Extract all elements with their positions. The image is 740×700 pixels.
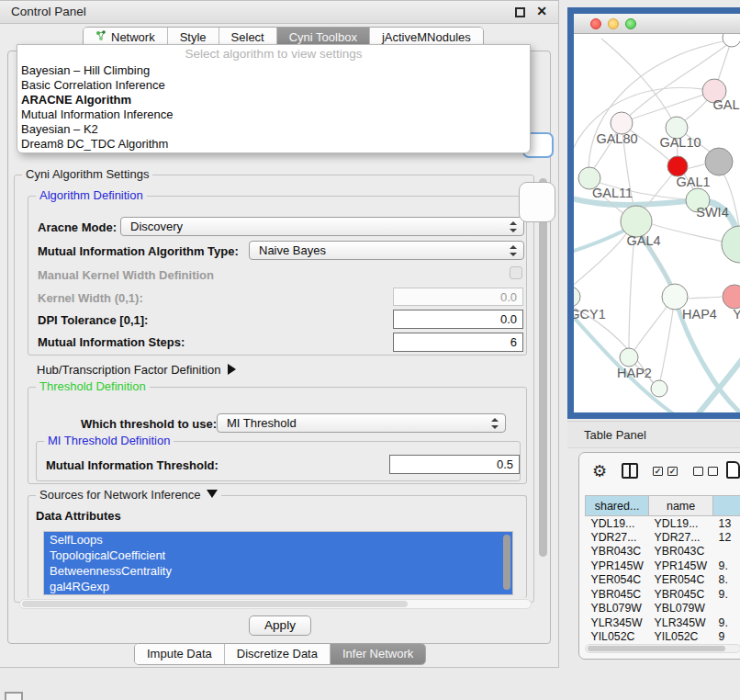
- column-header-name[interactable]: name: [649, 496, 713, 516]
- node-label-gal80: GAL80: [596, 131, 637, 146]
- table-cell: YLR345W: [586, 615, 649, 630]
- table-row[interactable]: YLR345WYLR345W9.: [586, 615, 740, 630]
- algorithm-option-aracne-algorithm[interactable]: ARACNE Algorithm: [17, 93, 530, 107]
- table-cell: 9.: [713, 559, 740, 573]
- manual-kernel-checkbox[interactable]: [510, 266, 522, 279]
- network-window-titlebar[interactable]: [574, 14, 740, 34]
- apply-button[interactable]: Apply: [249, 615, 311, 636]
- dropdown-prompt: Select algorithm to view settings: [17, 45, 530, 63]
- settings-vertical-scrollbar[interactable]: [538, 176, 548, 597]
- data-attribute-betweennesscentrality[interactable]: BetweennessCentrality: [44, 563, 512, 579]
- table-row[interactable]: YIL052CYIL052C9: [586, 630, 740, 643]
- mi-algorithm-type-combobox[interactable]: Naive Bayes: [249, 241, 524, 260]
- hub-tf-definition-toggle[interactable]: Hub/Transcription Factor Definition: [37, 363, 236, 377]
- table-cell: YLR345W: [649, 615, 713, 630]
- group-title: Algorithm Definition: [36, 188, 147, 202]
- node-label-hap2: HAP2: [617, 366, 652, 380]
- network-node-hap4[interactable]: [662, 284, 688, 310]
- table-panel-header: Table Panel: [567, 421, 740, 448]
- network-node[interactable]: [574, 287, 580, 307]
- algorithm-option-mutual-information-inference[interactable]: Mutual Information Inference: [17, 107, 530, 122]
- table-cell: YER054C: [586, 573, 649, 588]
- table-cell: YBR043C: [586, 545, 649, 559]
- data-attributes-list[interactable]: SelfLoopsTopologicalCoefficientBetweenne…: [43, 531, 513, 595]
- table-horizontal-scrollbar[interactable]: [585, 644, 740, 653]
- network-node[interactable]: [705, 148, 733, 175]
- table-cell: 8.: [713, 573, 740, 588]
- table-window: ⚙ ✓ ✓ shared...name YDL19...YDL19...13YD…: [578, 452, 740, 660]
- settings-horizontal-scrollbar[interactable]: [19, 599, 532, 609]
- algorithm-option-basic-correlation-inference[interactable]: Basic Correlation Inference: [17, 78, 530, 93]
- table-cell: [713, 602, 740, 616]
- table-cell: YDR27...: [586, 530, 649, 545]
- table-cell: [713, 545, 740, 559]
- network-node[interactable]: [667, 156, 688, 176]
- kernel-width-field[interactable]: [393, 288, 523, 306]
- aracne-mode-combobox[interactable]: Discovery: [120, 217, 524, 236]
- tab-infer-network[interactable]: Infer Network: [331, 644, 425, 664]
- table-scroll-area[interactable]: shared...name YDL19...YDL19...13YDR27...…: [579, 453, 740, 642]
- network-node[interactable]: [723, 34, 740, 47]
- minimize-traffic-light-icon[interactable]: [608, 18, 619, 29]
- column-header-shared[interactable]: shared...: [586, 496, 649, 516]
- table-row[interactable]: YDL19...YDL19...13: [586, 516, 740, 531]
- node-label-gal10: GAL10: [659, 135, 701, 150]
- data-attribute-gal4rgexp[interactable]: gal4RGexp: [44, 579, 512, 594]
- table-row[interactable]: YDR27...YDR27...12: [586, 530, 740, 545]
- algorithm-options-list: Bayesian – Hill ClimbingBasic Correlatio…: [17, 63, 530, 152]
- mi-steps-field[interactable]: [393, 333, 523, 352]
- tab-impute-data[interactable]: Impute Data: [135, 644, 225, 664]
- network-node[interactable]: [723, 285, 740, 309]
- which-threshold-combobox[interactable]: MI Threshold: [217, 413, 506, 433]
- tab-label: Infer Network: [342, 644, 413, 664]
- network-node-gal4[interactable]: [621, 206, 652, 237]
- network-canvas[interactable]: GALGAL80GAL10GAL1GAL11SWI4GAL4HAP4YGCY1H…: [574, 34, 740, 412]
- stepper-icon: [510, 221, 518, 232]
- panel-title: Control Panel: [11, 5, 86, 18]
- table-row[interactable]: YBR043CYBR043C: [586, 545, 740, 559]
- float-panel-icon[interactable]: [515, 7, 525, 17]
- table-row[interactable]: YBR045CYBR045C9.: [586, 587, 740, 602]
- hub-tf-label: Hub/Transcription Factor Definition: [37, 363, 220, 377]
- table-row[interactable]: YPR145WYPR145W9.: [586, 559, 740, 573]
- kernel-width-label: Kernel Width (0,1):: [38, 291, 143, 305]
- algorithm-option-dream8-dc-tdc-algorithm[interactable]: Dream8 DC_TDC Algorithm: [17, 137, 530, 152]
- tab-label: Impute Data: [147, 644, 212, 664]
- bottom-left-widget[interactable]: [5, 692, 23, 700]
- node-label-swi4: SWI4: [696, 205, 728, 220]
- column-header-extra[interactable]: [713, 496, 740, 516]
- table-cell: 13: [713, 516, 740, 531]
- mi-threshold-label: Mutual Information Threshold:: [46, 458, 219, 472]
- list-scrollbar[interactable]: [503, 535, 510, 590]
- dpi-tolerance-label: DPI Tolerance [0,1]:: [38, 313, 148, 327]
- table-row[interactable]: YER054CYER054C8.: [586, 573, 740, 588]
- cyni-algorithm-settings-group: Cyni Algorithm Settings Algorithm Defini…: [14, 175, 534, 603]
- bottom-tab-bar: Impute DataDiscretize DataInfer Network: [134, 643, 426, 665]
- sources-toggle[interactable]: Sources for Network Inference: [36, 488, 221, 502]
- tab-label: Discretize Data: [237, 644, 318, 664]
- aracne-mode-label: Aracne Mode:: [38, 220, 117, 234]
- algorithm-option-bayesian-k2[interactable]: Bayesian – K2: [17, 122, 530, 137]
- dpi-tolerance-field[interactable]: [393, 310, 523, 329]
- table-cell: YBR045C: [649, 587, 713, 602]
- data-attribute-selfloops[interactable]: SelfLoops: [44, 532, 512, 548]
- zoom-traffic-light-icon[interactable]: [625, 18, 636, 29]
- network-node-hap2[interactable]: [620, 348, 638, 367]
- close-icon[interactable]: ✕: [536, 4, 547, 18]
- stepper-icon: [510, 245, 518, 256]
- node-label-gal4: GAL4: [626, 233, 660, 248]
- table-row[interactable]: YBL079WYBL079W: [586, 602, 740, 616]
- mi-threshold-field[interactable]: [389, 455, 520, 474]
- tab-discretize-data[interactable]: Discretize Data: [225, 644, 331, 664]
- network-node[interactable]: [651, 380, 667, 397]
- network-node[interactable]: [722, 226, 740, 263]
- node-attribute-table: shared...name YDL19...YDL19...13YDR27...…: [585, 495, 740, 642]
- node-label-gal1: GAL1: [676, 175, 710, 189]
- close-traffic-light-icon[interactable]: [590, 18, 601, 29]
- algorithm-definition-group: Algorithm Definition Aracne Mode: Discov…: [28, 196, 527, 356]
- algorithm-option-bayesian-hill-climbing[interactable]: Bayesian – Hill Climbing: [17, 63, 530, 78]
- table-cell: YBR043C: [649, 545, 713, 559]
- manual-kernel-label: Manual Kernel Width Definition: [38, 268, 214, 282]
- data-attribute-topologicalcoefficient[interactable]: TopologicalCoefficient: [44, 548, 512, 563]
- hidden-field: [519, 182, 555, 222]
